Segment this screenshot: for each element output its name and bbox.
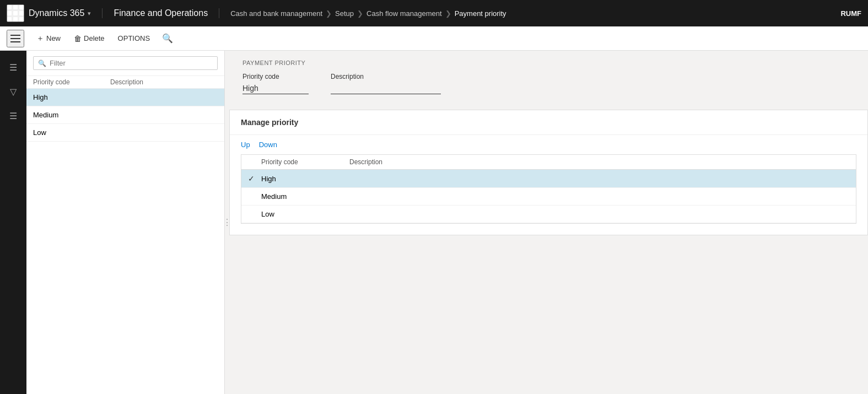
hamburger-icon: [10, 35, 20, 36]
table-row-code: Low: [261, 210, 349, 218]
list-item[interactable]: High: [26, 89, 224, 106]
delete-button[interactable]: 🗑 Delete: [68, 31, 110, 46]
breadcrumb: Cash and bank management ❯ Setup ❯ Cash …: [230, 9, 840, 18]
form-row: Priority code Description: [242, 73, 855, 94]
filter-input[interactable]: [50, 59, 213, 67]
user-avatar[interactable]: RUMF: [840, 9, 861, 18]
list-item-code: Medium: [33, 111, 110, 119]
description-field: Description: [331, 73, 441, 94]
list-header: Priority code Description: [26, 76, 224, 89]
list-item[interactable]: Medium: [26, 106, 224, 124]
filter-icon[interactable]: ▽: [3, 82, 23, 101]
app-launcher-button[interactable]: [7, 4, 24, 22]
app-launcher-icon: [7, 5, 24, 21]
section-label: PAYMENT PRIORITY: [242, 60, 855, 66]
filter-bar: 🔍: [26, 51, 224, 76]
actionbar: ＋ New 🗑 Delete OPTIONS 🔍: [0, 26, 868, 51]
options-button[interactable]: OPTIONS: [112, 31, 156, 46]
new-button-label: New: [46, 34, 61, 42]
list-col1-header: Priority code: [33, 78, 110, 86]
search-icon: 🔍: [162, 34, 173, 43]
priority-code-field: Priority code: [242, 73, 309, 94]
table-row-code: High: [261, 175, 349, 183]
list-icon[interactable]: ☰: [3, 106, 23, 126]
manage-priority-title: Manage priority: [230, 110, 867, 135]
list-item-code: Low: [33, 128, 110, 137]
left-iconbar: ☰ ▽ ☰: [0, 51, 26, 394]
priority-code-input[interactable]: [242, 83, 309, 94]
breadcrumb-item-1[interactable]: Cash and bank management: [230, 9, 322, 18]
breadcrumb-sep-3: ❯: [445, 9, 451, 18]
topbar: Dynamics 365 ▾ Finance and Operations Ca…: [0, 0, 868, 26]
manage-table-row[interactable]: Medium: [241, 188, 856, 206]
code-col-header: Priority code: [261, 158, 349, 166]
manage-priority-toolbar: Up Down: [230, 135, 867, 154]
priority-code-label: Priority code: [242, 73, 309, 80]
plus-icon: ＋: [36, 34, 44, 44]
table-row-code: Medium: [261, 192, 349, 201]
manage-priority-section: Manage priority Up Down Priority code De…: [229, 110, 868, 235]
description-label: Description: [331, 73, 441, 80]
options-button-label: OPTIONS: [118, 34, 150, 42]
manage-table-row[interactable]: ✓ High: [241, 170, 856, 188]
delete-button-label: Delete: [84, 34, 105, 42]
list-panel: 🔍 Priority code Description High Medium …: [26, 51, 225, 394]
nav-icon[interactable]: ☰: [3, 57, 23, 77]
search-icon: 🔍: [38, 60, 46, 67]
module-name: Finance and Operations: [114, 8, 219, 18]
breadcrumb-item-2[interactable]: Setup: [335, 9, 354, 18]
list-item[interactable]: Low: [26, 124, 224, 142]
content-panel: PAYMENT PRIORITY Priority code Descripti…: [229, 51, 868, 394]
breadcrumb-item-3[interactable]: Cash flow management: [366, 9, 442, 18]
list-col2-header: Description: [110, 78, 218, 86]
list-items: High Medium Low: [26, 89, 224, 394]
dynamics-label: Dynamics 365: [29, 8, 84, 18]
chevron-down-icon: ▾: [88, 10, 91, 17]
trash-icon: 🗑: [74, 34, 82, 43]
description-input[interactable]: [331, 83, 441, 94]
hamburger-menu-button[interactable]: [7, 30, 24, 47]
dynamics-brand[interactable]: Dynamics 365 ▾: [29, 8, 103, 18]
filter-input-wrap: 🔍: [33, 56, 218, 70]
list-item-code: High: [33, 93, 110, 101]
search-button[interactable]: 🔍: [162, 33, 173, 44]
payment-priority-section: PAYMENT PRIORITY Priority code Descripti…: [229, 51, 868, 99]
up-button[interactable]: Up: [241, 141, 250, 149]
manage-table: Priority code Description ✓ High Medium: [241, 154, 856, 224]
main-layout: ☰ ▽ ☰ 🔍 Priority code Description High M…: [0, 51, 868, 394]
breadcrumb-item-4: Payment priority: [455, 9, 506, 18]
breadcrumb-sep-1: ❯: [326, 9, 332, 18]
manage-table-header: Priority code Description: [241, 155, 856, 170]
hamburger-icon: [10, 41, 20, 42]
down-button[interactable]: Down: [259, 141, 277, 149]
hamburger-icon: [10, 38, 20, 39]
resize-handle[interactable]: ⋮: [225, 51, 229, 394]
manage-table-row[interactable]: Low: [241, 206, 856, 223]
breadcrumb-sep-2: ❯: [357, 9, 363, 18]
desc-col-header: Description: [349, 158, 849, 166]
checkmark-icon: ✓: [248, 174, 261, 183]
new-button[interactable]: ＋ New: [31, 30, 66, 47]
